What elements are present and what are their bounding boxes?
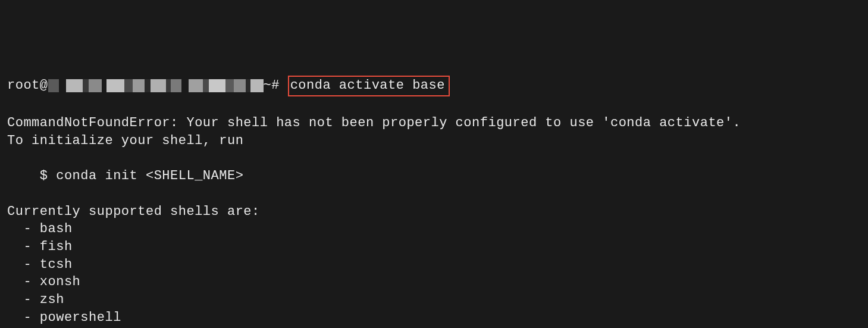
command-highlight-box: conda activate base [288, 76, 450, 97]
shell-item: - powershell [7, 310, 121, 325]
prompt-at: @ [40, 78, 48, 93]
prompt-user: root [7, 78, 40, 93]
shell-item: - xonsh [7, 274, 80, 289]
shell-item: - zsh [7, 292, 64, 307]
shell-item: - tcsh [7, 257, 73, 272]
error-line-1: CommandNotFoundError: Your shell has not… [7, 115, 741, 130]
shell-item: - fish [7, 239, 73, 254]
prompt-suffix: ~# [264, 78, 280, 93]
obscured-hostname [48, 77, 264, 90]
init-command: $ conda init <SHELL_NAME> [7, 168, 243, 183]
command-text[interactable]: conda activate base [290, 78, 445, 93]
shells-header: Currently supported shells are: [7, 204, 260, 219]
shell-prompt: root@~# conda activate base [7, 78, 450, 93]
error-line-2: To initialize your shell, run [7, 133, 243, 148]
shell-item: - bash [7, 221, 73, 236]
